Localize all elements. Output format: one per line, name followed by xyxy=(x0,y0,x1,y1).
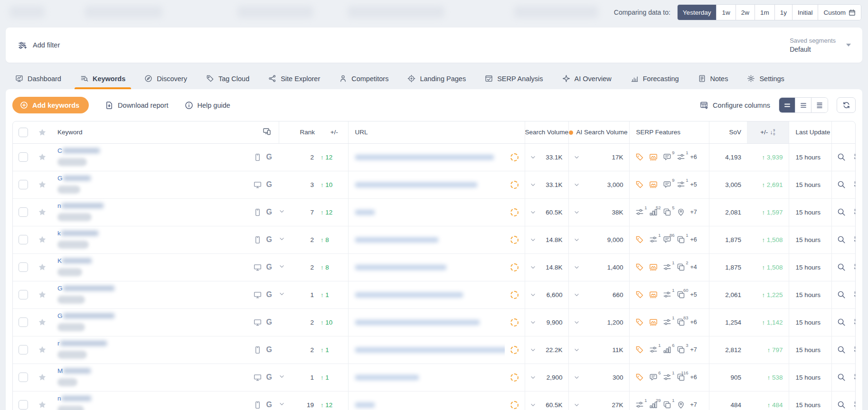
tab-forecasting[interactable]: Forecasting xyxy=(622,75,688,89)
row-checkbox[interactable] xyxy=(19,373,28,382)
density-comfort-button[interactable] xyxy=(811,98,828,112)
sliders-icon[interactable]: 1 xyxy=(677,180,685,189)
magnifier-icon[interactable] xyxy=(837,318,846,326)
chevron-down-icon[interactable] xyxy=(530,292,536,298)
compare-option-1m[interactable]: 1m xyxy=(755,5,775,20)
refresh-icon[interactable] xyxy=(853,290,856,299)
url-cell[interactable] xyxy=(348,253,505,281)
row-checkbox[interactable] xyxy=(19,180,28,189)
tab-tag-cloud[interactable]: Tag Cloud xyxy=(198,75,258,89)
serp-features-more-count[interactable]: +7 xyxy=(690,346,697,353)
keyword-cell[interactable]: n xyxy=(51,198,239,226)
row-checkbox[interactable] xyxy=(19,290,28,299)
compare-option-1y[interactable]: 1y xyxy=(775,5,793,20)
image-card-icon[interactable] xyxy=(649,153,658,161)
refresh-icon[interactable] xyxy=(853,208,856,216)
help-guide-button[interactable]: Help guide xyxy=(185,101,230,110)
column-header-search-volume[interactable]: Search Volume xyxy=(525,121,568,143)
column-header-ai-search-volume[interactable]: AI Search Volume xyxy=(568,121,629,143)
sliders-icon[interactable]: 1 xyxy=(663,290,671,299)
magnifier-icon[interactable] xyxy=(837,235,846,244)
chevron-down-icon[interactable] xyxy=(530,237,536,243)
chevron-down-icon[interactable] xyxy=(574,182,580,188)
chevron-down-icon[interactable] xyxy=(530,182,536,188)
tag-icon[interactable] xyxy=(635,180,644,189)
sliders-icon[interactable]: 1 xyxy=(663,263,671,271)
row-checkbox[interactable] xyxy=(19,207,28,217)
column-header-device[interactable] xyxy=(239,121,279,143)
url-cell[interactable] xyxy=(348,363,505,391)
sliders-icon[interactable]: 1 xyxy=(635,401,644,409)
chevron-down-icon[interactable] xyxy=(530,347,536,353)
row-checkbox[interactable] xyxy=(19,345,28,354)
chevron-down-icon[interactable] xyxy=(530,154,536,160)
refresh-icon[interactable] xyxy=(853,318,856,326)
tab-serp-analysis[interactable]: SERP Analysis xyxy=(476,75,551,89)
favorite-star-icon[interactable] xyxy=(34,318,51,326)
chevron-down-icon[interactable] xyxy=(530,264,536,270)
chevron-down-icon[interactable] xyxy=(279,263,285,271)
tab-competitors[interactable]: Competitors xyxy=(330,75,397,89)
image-card-icon[interactable] xyxy=(649,318,658,326)
chevron-down-icon[interactable] xyxy=(574,292,580,298)
serp-features-more-count[interactable]: +6 xyxy=(690,374,697,381)
tab-ai-overview[interactable]: AI Overview xyxy=(554,75,620,89)
tag-icon[interactable] xyxy=(635,318,644,326)
copy-docs-icon[interactable]: 60 xyxy=(677,290,685,299)
chevron-down-icon[interactable] xyxy=(574,402,580,408)
serp-features-more-count[interactable]: +4 xyxy=(690,264,697,270)
density-compact-button[interactable] xyxy=(779,98,795,112)
serp-features-more-count[interactable]: +6 xyxy=(690,319,697,326)
serp-features-more-count[interactable]: +5 xyxy=(690,181,697,188)
tag-icon[interactable] xyxy=(635,235,644,244)
magnifier-icon[interactable] xyxy=(837,180,846,189)
refresh-icon[interactable] xyxy=(853,153,856,161)
favorite-star-icon[interactable] xyxy=(34,290,51,299)
keyword-cell[interactable]: k xyxy=(51,226,239,253)
compare-option-1w[interactable]: 1w xyxy=(717,5,736,20)
serp-features-more-count[interactable]: +5 xyxy=(690,291,697,298)
copy-docs-icon[interactable]: 5 xyxy=(663,208,671,216)
url-cell[interactable] xyxy=(348,391,505,410)
magnifier-icon[interactable] xyxy=(837,153,846,161)
keyword-cell[interactable]: r xyxy=(51,336,239,363)
tag-icon[interactable] xyxy=(635,373,644,382)
favorite-star-icon[interactable] xyxy=(34,153,51,161)
chevron-down-icon[interactable] xyxy=(574,374,580,381)
chat-bubble-icon[interactable]: 86 xyxy=(663,235,671,244)
row-checkbox[interactable] xyxy=(19,152,28,162)
magnifier-icon[interactable] xyxy=(837,208,846,216)
refresh-icon[interactable] xyxy=(853,401,856,409)
sliders-icon[interactable]: 1 xyxy=(649,235,658,244)
steps-chart-icon[interactable]: 6 xyxy=(663,345,671,354)
refresh-icon[interactable] xyxy=(853,180,856,189)
tab-site-explorer[interactable]: Site Explorer xyxy=(260,75,329,89)
tab-settings[interactable]: Settings xyxy=(738,75,793,89)
compare-option-yesterday[interactable]: Yesterday xyxy=(678,5,717,20)
column-header-rank-delta[interactable]: +/- xyxy=(321,121,348,143)
tag-icon[interactable] xyxy=(635,153,644,161)
map-pin-icon[interactable] xyxy=(677,401,685,409)
favorites-header-star-icon[interactable] xyxy=(34,128,51,137)
refresh-table-button[interactable] xyxy=(837,97,856,113)
steps-chart-icon[interactable]: 29 xyxy=(649,401,658,409)
keyword-cell[interactable]: C xyxy=(51,143,239,171)
sliders-icon[interactable]: 1 xyxy=(677,153,685,161)
serp-features-more-count[interactable]: +7 xyxy=(690,401,697,408)
favorite-star-icon[interactable] xyxy=(34,345,51,354)
chevron-down-icon[interactable] xyxy=(279,291,285,298)
chevron-down-icon[interactable] xyxy=(530,319,536,326)
add-keywords-button[interactable]: Add keywords xyxy=(12,97,89,113)
chevron-down-icon[interactable] xyxy=(279,401,285,409)
chevron-down-icon[interactable] xyxy=(530,209,536,215)
keyword-cell[interactable]: G xyxy=(51,281,239,308)
magnifier-icon[interactable] xyxy=(837,401,846,409)
steps-chart-icon[interactable]: 52 xyxy=(649,208,658,216)
column-header-serp-features[interactable]: SERP Features xyxy=(629,121,709,143)
keyword-cell[interactable]: G xyxy=(51,308,239,336)
chevron-down-icon[interactable] xyxy=(574,209,580,215)
configure-columns-button[interactable]: Configure columns xyxy=(700,101,770,110)
tab-dashboard[interactable]: Dashboard xyxy=(7,75,70,89)
copy-docs-icon[interactable]: 3 xyxy=(677,345,685,354)
serp-features-more-count[interactable]: +7 xyxy=(690,209,697,215)
